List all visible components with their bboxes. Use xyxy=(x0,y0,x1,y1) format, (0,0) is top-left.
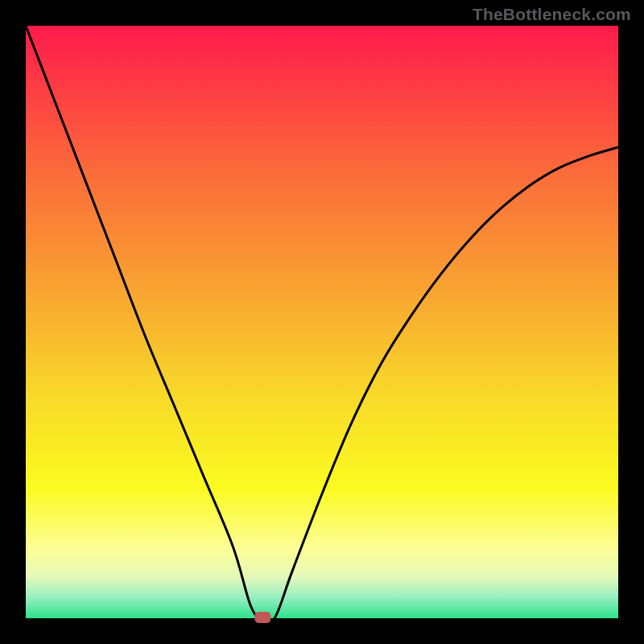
minimum-marker xyxy=(254,612,270,623)
bottleneck-chart xyxy=(0,0,644,644)
watermark-label: TheBottleneck.com xyxy=(473,5,631,24)
chart-container: TheBottleneck.com xyxy=(0,0,644,644)
plot-background xyxy=(26,26,618,618)
